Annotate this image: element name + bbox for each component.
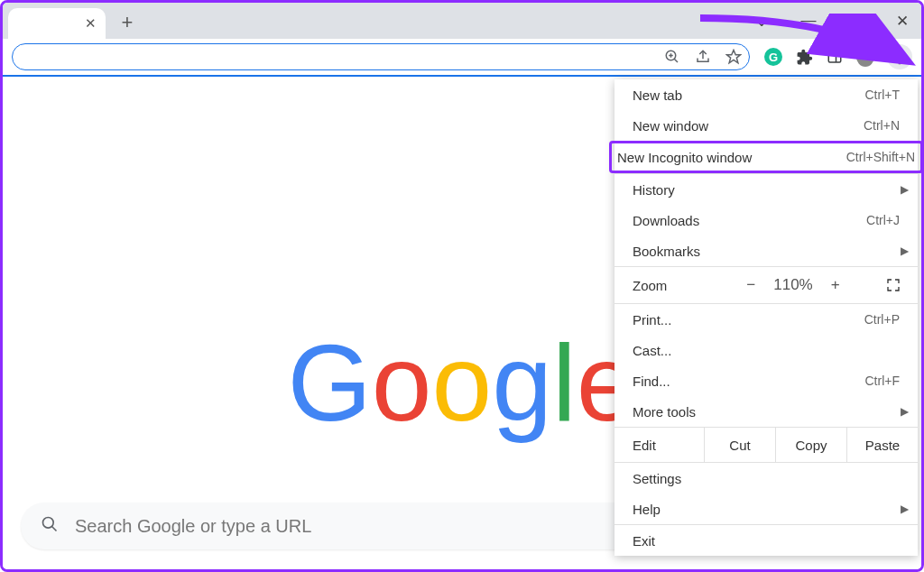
zoom-out-button[interactable]: − — [746, 276, 755, 294]
menu-item-help[interactable]: Help▶ — [614, 494, 918, 524]
svg-line-8 — [52, 527, 57, 531]
more-menu-button[interactable]: ⋮ — [887, 44, 912, 69]
chevron-right-icon: ▶ — [901, 503, 909, 515]
side-panel-icon[interactable] — [826, 48, 844, 66]
tab-search-chevron-icon[interactable]: ⌄ — [748, 12, 775, 31]
menu-item-new-incognito-window[interactable]: New Incognito windowCtrl+Shift+N — [609, 141, 923, 173]
menu-item-new-window[interactable]: New windowCtrl+N — [614, 110, 918, 141]
profile-avatar[interactable] — [856, 48, 874, 66]
chevron-right-icon: ▶ — [901, 183, 909, 196]
menu-item-cast[interactable]: Cast... — [614, 335, 918, 365]
logo-letter: o — [372, 320, 432, 445]
svg-point-7 — [43, 518, 54, 529]
menu-item-print[interactable]: Print...Ctrl+P — [614, 304, 918, 335]
bookmark-star-icon[interactable] — [725, 49, 742, 65]
menu-zoom-row: Zoom−110%+ — [614, 267, 918, 303]
svg-line-1 — [674, 59, 678, 62]
menu-item-downloads[interactable]: DownloadsCtrl+J — [614, 205, 918, 235]
maximize-button[interactable]: ▢ — [842, 12, 869, 31]
search-placeholder: Search Google or type a URL — [75, 516, 311, 537]
minimize-button[interactable]: — — [795, 12, 822, 30]
grammarly-extension-icon[interactable]: G — [764, 48, 782, 66]
chevron-right-icon: ▶ — [901, 405, 909, 418]
tab-strip: ✕ + ⌄ — ▢ ✕ — [3, 3, 921, 39]
paste-button[interactable]: Paste — [847, 428, 918, 462]
window-controls: ⌄ — ▢ ✕ — [748, 3, 916, 39]
zoom-label: Zoom — [614, 278, 705, 293]
copy-button[interactable]: Copy — [776, 428, 847, 462]
menu-edit-row: EditCutCopyPaste — [614, 428, 918, 462]
logo-letter: o — [432, 320, 493, 445]
google-logo: G o o g l e — [287, 320, 636, 445]
logo-letter: l — [552, 320, 577, 445]
logo-letter: G — [287, 320, 371, 445]
chrome-menu: New tabCtrl+TNew windowCtrl+NNew Incogni… — [614, 79, 918, 556]
active-tab[interactable]: ✕ — [8, 8, 106, 39]
menu-item-settings[interactable]: Settings — [614, 463, 918, 494]
logo-letter: g — [492, 320, 552, 445]
extensions-puzzle-icon[interactable] — [795, 48, 813, 66]
zoom-in-button[interactable]: + — [831, 276, 840, 294]
close-tab-icon[interactable]: ✕ — [85, 15, 97, 32]
zoom-icon[interactable] — [664, 49, 680, 65]
extension-icons: G ⋮ — [755, 44, 916, 69]
toolbar: G ⋮ — [3, 39, 921, 75]
close-window-button[interactable]: ✕ — [889, 12, 916, 31]
svg-rect-5 — [828, 51, 841, 62]
zoom-value: 110% — [773, 276, 812, 294]
new-tab-button[interactable]: + — [115, 10, 140, 35]
menu-item-exit[interactable]: Exit — [614, 525, 918, 556]
fullscreen-button[interactable] — [882, 278, 918, 292]
cut-button[interactable]: Cut — [705, 428, 776, 462]
menu-item-more-tools[interactable]: More tools▶ — [614, 396, 918, 427]
menu-item-history[interactable]: History▶ — [614, 174, 918, 205]
menu-item-new-tab[interactable]: New tabCtrl+T — [614, 79, 918, 110]
share-icon[interactable] — [695, 49, 711, 65]
chevron-right-icon: ▶ — [901, 244, 909, 257]
edit-label: Edit — [614, 428, 705, 462]
address-bar[interactable] — [12, 43, 750, 70]
svg-marker-4 — [727, 51, 741, 63]
search-icon — [41, 515, 59, 537]
menu-item-bookmarks[interactable]: Bookmarks▶ — [614, 235, 918, 266]
menu-item-find[interactable]: Find...Ctrl+F — [614, 365, 918, 396]
browser-window: ✕ + ⌄ — ▢ ✕ G — [0, 0, 924, 572]
